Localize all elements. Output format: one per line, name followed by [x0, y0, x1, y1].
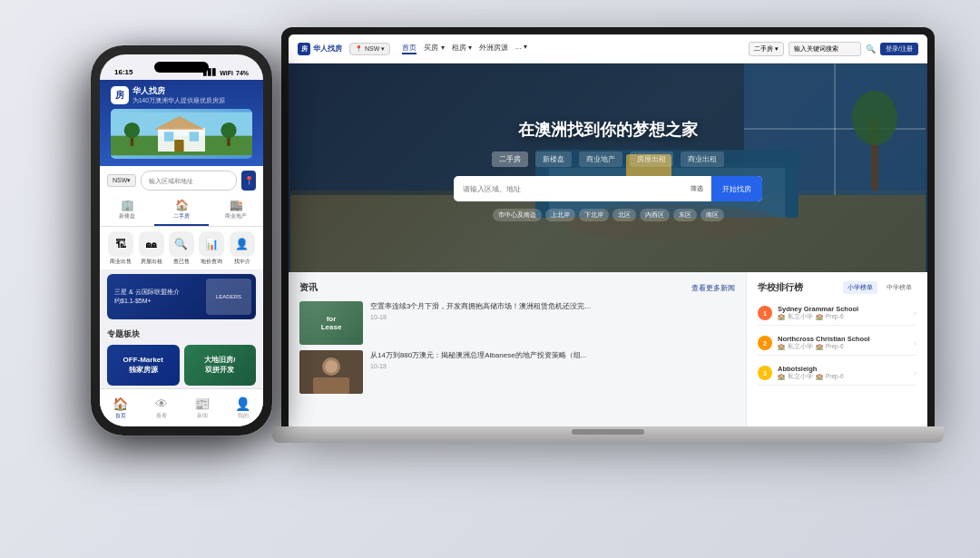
phone-promo-banner[interactable]: 三星 & 云国际联盟推介约$1.1-$5M+ LEADERS	[107, 274, 256, 319]
phone-battery: 74%	[236, 70, 249, 76]
school-type-3: 🏫私立小学 🏫Prep-6	[778, 373, 908, 381]
nav-link-rent[interactable]: 租房 ▾	[452, 43, 472, 54]
phone-promo-text: 三星 & 云国际联盟推介约$1.1-$5M+	[114, 288, 180, 306]
region-tag-north[interactable]: 北区	[612, 209, 636, 221]
phone-search-input[interactable]	[141, 171, 237, 191]
svg-rect-21	[164, 132, 173, 141]
hero-tab-commercial-rent[interactable]: 商业出租	[681, 152, 724, 167]
new-building-icon: 🏢	[121, 199, 134, 211]
news-more-link[interactable]: 查看更多新闻	[691, 283, 735, 293]
phone-bottom-tab-home[interactable]: 🏠 首页	[100, 393, 141, 424]
laptop-hero: 在澳洲找到你的梦想之家 二手房 新楼盘 商业地产 房屋出租 商业出租 筛选 开始…	[289, 64, 927, 272]
phone-location-badge[interactable]: NSW▾	[107, 174, 136, 187]
nav-login-button[interactable]: 登录/注册	[880, 43, 918, 55]
phone-icons-row2: 🏗 商业出售 🏘 房屋出租 🔍 查已售 📊 地价查询	[100, 227, 263, 269]
scene: 房 华人找房 📍 NSW ▾ 首页 买房 ▾ 租房 ▾ 外洲房源 ... ▾	[0, 0, 980, 558]
school-tab-high[interactable]: 中学榜单	[882, 281, 916, 294]
school-arrow-1[interactable]: ›	[914, 309, 916, 318]
region-tag-upnorth[interactable]: 上北岸	[545, 209, 575, 221]
school-tab-primary[interactable]: 小学榜单	[843, 281, 877, 294]
news-title-1: 空置率连续3个月下滑，开发商拥抱高储市场！澳洲租赁危机还没完...	[370, 301, 735, 311]
nav-search-icon[interactable]: 🔍	[866, 44, 876, 54]
school-tabs: 小学榜单 中学榜单	[843, 281, 916, 294]
bottom-home-label: 首页	[115, 412, 126, 420]
school-rank-1: 1	[758, 306, 772, 320]
phone-icon-sold[interactable]: 🔍 查已售	[168, 231, 195, 265]
laptop-main-content: 资讯 查看更多新闻 forLease 空置率连续3个月下滑，开发商拥抱高储市场！…	[289, 272, 927, 426]
nav-right: 二手房 ▾ 输入关键词搜索 🔍 登录/注册	[749, 42, 918, 56]
laptop-screen: 房 华人找房 📍 NSW ▾ 首页 买房 ▾ 租房 ▾ 外洲房源 ... ▾	[289, 34, 927, 426]
news-section: 资讯 查看更多新闻 forLease 空置率连续3个月下滑，开发商拥抱高储市场！…	[289, 272, 746, 426]
phone: 16:15 ▋▋▋ WiFi 74% 房 华人找房	[91, 45, 272, 436]
phone-icon-rent[interactable]: 🏘 房屋出租	[137, 231, 164, 265]
hero-filter-button[interactable]: 筛选	[683, 176, 711, 201]
phone-nav-tab-commercial[interactable]: 🏬 商业地产	[209, 195, 263, 226]
hero-tab-used[interactable]: 二手房	[492, 152, 528, 167]
nav-search-box[interactable]: 输入关键词搜索	[789, 42, 861, 56]
region-tag-innwest[interactable]: 内西区	[640, 209, 670, 221]
news-date-1: 10-18	[370, 314, 735, 320]
laptop-navbar: 房 华人找房 📍 NSW ▾ 首页 买房 ▾ 租房 ▾ 外洲房源 ... ▾	[289, 34, 927, 64]
phone-nav-tab-used-label: 二手房	[173, 212, 190, 220]
school-list: 1 Sydney Grammar School 🏫私立小学 🏫Prep-6 ›	[758, 301, 916, 386]
school-info-3: Abbotsleigh 🏫私立小学 🏫Prep-6	[778, 365, 908, 381]
agent-icon: 👤	[230, 231, 255, 257]
svg-rect-15	[313, 377, 349, 394]
hero-search-bar: 筛选 开始找房	[454, 176, 762, 201]
phone-bottom-nav: 🏠 首页 👁 看看 📰 新闻 👤 我的	[100, 388, 263, 426]
nav-link-overseas[interactable]: 外洲房源	[479, 43, 508, 54]
bottom-news-icon: 📰	[194, 396, 210, 411]
bottom-home-icon: 🏠	[113, 396, 128, 411]
hero-search-button[interactable]: 开始找房	[711, 176, 762, 201]
region-tag-downnorth[interactable]: 下北岸	[579, 209, 609, 221]
phone-topic-daddi[interactable]: 大地旧房/双拼开发	[184, 345, 257, 386]
school-header: 学校排行榜 小学榜单 中学榜单	[758, 281, 916, 294]
dynamic-island	[154, 62, 209, 73]
school-type-1: 🏫私立小学 🏫Prep-6	[778, 313, 908, 321]
school-rank-3: 3	[758, 366, 772, 380]
school-arrow-3[interactable]: ›	[914, 369, 916, 377]
hero-tab-new[interactable]: 新楼盘	[535, 152, 572, 167]
nav-link-more[interactable]: ... ▾	[515, 43, 527, 54]
phone-bottom-tab-browse[interactable]: 👁 看看	[141, 393, 181, 424]
phone-nav-tab-new[interactable]: 🏢 新楼盘	[100, 195, 154, 226]
phone-topic-offmarket[interactable]: OFF-Market独家房源	[107, 345, 180, 386]
school-arrow-2[interactable]: ›	[914, 339, 916, 348]
news-list: forLease 空置率连续3个月下滑，开发商拥抱高储市场！澳洲租赁危机还没完.…	[299, 301, 735, 394]
commercial-sale-label: 商业出售	[110, 259, 132, 265]
phone-bottom-tab-me[interactable]: 👤 我的	[222, 393, 263, 424]
phone-nav-tab-used[interactable]: 🏠 二手房	[154, 195, 209, 226]
school-name-3: Abbotsleigh	[778, 365, 908, 373]
school-type-2: 🏫私立小学 🏫Prep-6	[778, 343, 908, 351]
phone-map-button[interactable]: 📍	[241, 171, 256, 191]
region-tag-south[interactable]: 南区	[701, 209, 724, 221]
school-name-2: Northcross Christian School	[778, 335, 908, 343]
bottom-news-label: 新闻	[197, 412, 208, 420]
phone-icon-commercial-sale[interactable]: 🏗 商业出售	[107, 231, 134, 265]
nav-location-badge[interactable]: 📍 NSW ▾	[349, 43, 390, 55]
phone-wifi-icon: WiFi	[220, 70, 233, 76]
phone-promo-image: LEADERS	[206, 279, 251, 315]
phone-header-image	[111, 109, 252, 159]
region-tag-east[interactable]: 东区	[673, 209, 697, 221]
svg-rect-22	[190, 132, 199, 141]
phone-bottom-tab-news[interactable]: 📰 新闻	[181, 393, 222, 424]
hero-tab-rent[interactable]: 房屋出租	[630, 152, 673, 167]
news-img-1: forLease	[299, 301, 363, 345]
laptop: 房 华人找房 📍 NSW ▾ 首页 买房 ▾ 租房 ▾ 外洲房源 ... ▾	[281, 27, 935, 454]
school-item-2: 2 Northcross Christian School 🏫私立小学 🏫Pre…	[758, 331, 916, 356]
nav-link-buy[interactable]: 买房 ▾	[424, 43, 444, 54]
nav-link-home[interactable]: 首页	[402, 43, 416, 54]
rent-icon: 🏘	[139, 231, 164, 257]
phone-icon-agent[interactable]: 👤 找中介	[229, 231, 256, 265]
nav-links: 首页 买房 ▾ 租房 ▾ 外洲房源 ... ▾	[402, 43, 741, 54]
phone-icon-land[interactable]: 📊 地价查询	[198, 231, 225, 265]
phone-topics-title: 专题板块	[107, 328, 256, 340]
svg-point-25	[124, 122, 140, 138]
hero-search-input[interactable]	[454, 185, 683, 193]
region-tag-city[interactable]: 市中心及南边	[493, 209, 542, 221]
hero-tab-commercial[interactable]: 商业地产	[579, 152, 622, 167]
nav-dropdown-type[interactable]: 二手房 ▾	[749, 42, 784, 56]
land-label: 地价查询	[201, 259, 222, 265]
agent-label: 找中介	[234, 259, 250, 265]
